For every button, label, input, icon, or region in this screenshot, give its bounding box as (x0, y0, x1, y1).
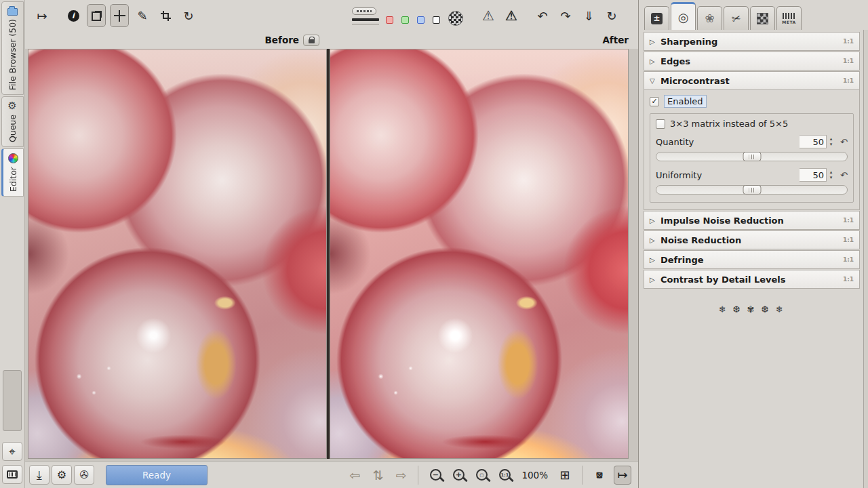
detail-window-button[interactable]: ⊞ (556, 466, 574, 485)
quantity-slider[interactable] (656, 152, 848, 161)
zoom-100-button[interactable]: 1:1 (496, 466, 513, 485)
color-picker-button[interactable]: ✎ (133, 6, 152, 25)
external-editor-button[interactable]: ✇ (74, 465, 94, 485)
lock-icon (309, 39, 315, 43)
hide-left-panel-button[interactable]: ↦ (33, 6, 52, 25)
picker-icon: ✎ (137, 9, 147, 23)
after-label-group: After (332, 35, 638, 45)
before-after-icon (92, 11, 102, 21)
enabled-checkbox-row[interactable]: ✓ Enabled (650, 95, 854, 108)
queue-processing-button[interactable]: ⚙ (52, 465, 72, 485)
quantity-value[interactable]: 50 (800, 135, 827, 148)
hide-right-panel-button[interactable]: ↦ (614, 466, 631, 485)
fill-values-button[interactable]: ⇓ (579, 6, 598, 25)
previous-image-button[interactable]: ⇦ (346, 466, 363, 485)
slider-handle[interactable] (743, 152, 761, 161)
sidebar-tab-editor[interactable]: Editor (1, 148, 24, 197)
tab-color[interactable]: ❀ (697, 6, 722, 30)
warning-filled-icon: ⚠ (505, 7, 517, 24)
crop-tool-button[interactable] (156, 6, 175, 25)
histogram-toggle-button[interactable] (2, 465, 22, 484)
sync-thumbnail-button[interactable]: ⇅ (369, 466, 387, 485)
section-edges: ▷ Edges 1:1 (644, 52, 860, 70)
top-toolbar: ↦ i ✎ ↻ (25, 0, 638, 31)
tab-metadata[interactable]: META (776, 6, 802, 30)
blue-channel-toggle[interactable] (417, 16, 425, 24)
one-to-one-badge: 1:1 (843, 276, 854, 283)
fullscreen-icon: ↔ ↔ (593, 469, 606, 481)
zoom-out-button[interactable]: − (427, 466, 444, 485)
section-header[interactable]: ▷ Impulse Noise Reduction 1:1 (644, 211, 860, 230)
chevron-right-icon: ▷ (650, 256, 660, 264)
before-after-toggle-button[interactable] (87, 4, 106, 27)
green-channel-toggle[interactable] (401, 16, 409, 24)
histogram-scale-button[interactable] (352, 7, 376, 15)
barcode-icon (783, 13, 796, 19)
matrix-checkbox[interactable] (656, 119, 665, 129)
histogram-controls (352, 6, 463, 26)
section-header[interactable]: ▷ Edges 1:1 (644, 52, 860, 70)
section-sharpening: ▷ Sharpening 1:1 (644, 32, 860, 51)
matrix-checkbox-row[interactable]: 3×3 matrix instead of 5×5 (656, 119, 848, 129)
section-header[interactable]: ▽ Microcontrast 1:1 (644, 71, 860, 90)
tools-panel: ± ◎ ❀ ✂ META (638, 0, 868, 488)
luma-channel-toggle[interactable] (433, 16, 440, 24)
section-header[interactable]: ▷ Contrast by Detail Levels 1:1 (644, 270, 860, 289)
highlight-clipping-button[interactable]: ⚠ (502, 6, 521, 25)
right-panel-scrollbar[interactable] (863, 30, 868, 488)
hand-tool-button[interactable] (110, 4, 129, 27)
save-image-button[interactable]: ⤓ (29, 465, 50, 485)
uniformity-reset-button[interactable]: ↶ (840, 170, 848, 180)
zoom-fit-button[interactable]: ▢ (473, 466, 490, 485)
after-image[interactable] (330, 49, 629, 459)
shadow-clipping-button[interactable]: ⚠ (479, 6, 498, 25)
red-channel-toggle[interactable] (386, 16, 393, 24)
zoom-in-button[interactable]: + (450, 466, 467, 485)
chromaticity-toggle[interactable] (448, 11, 463, 26)
before-image[interactable] (28, 49, 327, 459)
fullscreen-button[interactable]: ↔ ↔ (591, 466, 608, 485)
before-label: Before (265, 35, 299, 45)
tab-exposure[interactable]: ± (644, 6, 669, 30)
redo-button[interactable]: ↷ (556, 6, 575, 25)
undo-button[interactable]: ↶ (533, 6, 552, 25)
slider-handle[interactable] (743, 185, 761, 195)
sidebar-tab-file-browser[interactable]: File Browser (50) (1, 1, 24, 95)
zoom-in-icon: + (453, 469, 465, 481)
spin-down-icon[interactable]: ▾ (827, 175, 835, 180)
tab-transform[interactable]: ✂ (724, 6, 749, 30)
tab-raw[interactable] (750, 6, 775, 30)
section-title: Sharpening (660, 37, 843, 47)
section-impulse-noise-reduction: ▷ Impulse Noise Reduction 1:1 (644, 211, 860, 230)
quantity-reset-button[interactable]: ↶ (840, 137, 848, 147)
uniformity-value[interactable]: 50 (800, 168, 827, 182)
spin-up-icon[interactable]: ▴ (827, 169, 835, 175)
section-defringe: ▷ Defringe 1:1 (644, 250, 860, 269)
meta-label: META (782, 20, 795, 24)
progress-bar: Ready (106, 465, 208, 485)
image-info-button[interactable]: i (64, 6, 83, 25)
section-header[interactable]: ▷ Defringe 1:1 (644, 250, 860, 269)
navigator-pan-button[interactable]: ⌖ (2, 442, 22, 461)
sidebar-tab-label: Editor (8, 167, 18, 192)
reprocess-button[interactable]: ↻ (602, 6, 621, 25)
uniformity-slider[interactable] (656, 185, 848, 195)
tab-detail[interactable]: ◎ (671, 2, 696, 30)
section-header[interactable]: ▷ Noise Reduction 1:1 (644, 230, 860, 249)
spin-up-icon[interactable]: ▴ (827, 136, 835, 142)
histogram-curve-toggle[interactable] (352, 18, 379, 25)
undo-icon: ↶ (537, 9, 547, 23)
section-header[interactable]: ▷ Sharpening 1:1 (644, 32, 860, 51)
one-to-one-badge: 1:1 (843, 38, 854, 45)
spin-down-icon[interactable]: ▾ (827, 142, 835, 147)
sidebar-scrollbar-thumb[interactable] (3, 370, 22, 431)
straighten-tool-button[interactable]: ↻ (179, 6, 198, 25)
enabled-checkbox[interactable]: ✓ (650, 97, 659, 106)
quantity-stepper[interactable]: ▴ ▾ (827, 136, 835, 147)
tool-tabs: ± ◎ ❀ ✂ META (639, 0, 868, 30)
before-lock-button[interactable] (303, 35, 319, 46)
chevron-right-icon: ▷ (650, 237, 660, 244)
next-image-button[interactable]: ⇨ (392, 466, 410, 485)
uniformity-stepper[interactable]: ▴ ▾ (827, 169, 835, 180)
sidebar-tab-queue[interactable]: ⚙ Queue (1, 96, 24, 147)
